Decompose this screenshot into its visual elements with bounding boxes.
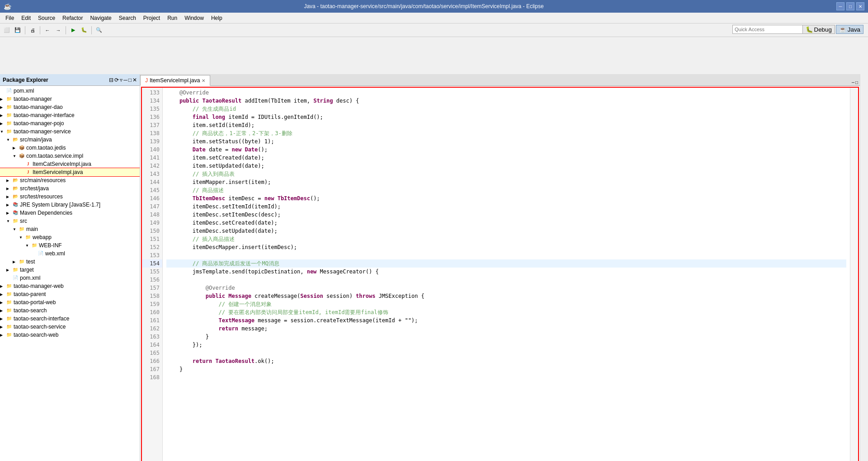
tree-item[interactable]: ▶📁taotao-manager-web xyxy=(0,282,140,290)
tab-close-button[interactable]: ✕ xyxy=(202,78,205,83)
run-button[interactable]: ▶ xyxy=(68,25,78,35)
menu-source[interactable]: Source xyxy=(34,14,59,22)
tree-file-icon: 📁 xyxy=(5,299,13,306)
menu-file[interactable]: File xyxy=(2,14,18,22)
toolbar-sep-1 xyxy=(25,26,25,34)
editor-tab-itemserviceimpl[interactable]: J ItemServiceImpl.java ✕ xyxy=(140,75,210,86)
tree-arrow: ▶ xyxy=(0,301,5,305)
tree-file-icon: 📁 xyxy=(5,282,13,290)
tree-item[interactable]: ▶📁taotao-manager-interface xyxy=(0,111,140,119)
debug-perspective-button[interactable]: 🐛 Debug xyxy=(802,25,835,34)
package-explorer: Package Explorer ⊟ ⟳ ▿ ─ □ ✕ 📄pom.xml▶📁t… xyxy=(0,74,140,461)
tree-item[interactable]: ▶📚Maven Dependencies xyxy=(0,209,140,217)
tree-item-label: taotao-manager-pojo xyxy=(14,120,64,127)
line-number: 148 xyxy=(142,211,162,219)
quick-access-input[interactable] xyxy=(732,25,814,34)
tree-item[interactable]: ▶📁target xyxy=(0,266,140,274)
tree-file-icon: 📁 xyxy=(5,103,13,111)
tree-item[interactable]: 📄web.xml xyxy=(0,249,140,258)
tree-item[interactable]: ▶📁taotao-search-web xyxy=(0,331,140,339)
code-line: @Override xyxy=(166,284,846,292)
minimize-button[interactable]: ─ xyxy=(836,2,844,10)
code-line xyxy=(166,373,846,381)
prev-edit-button[interactable]: ← xyxy=(42,25,52,35)
tree-file-icon: 📦 xyxy=(18,152,25,160)
tree-item[interactable]: ▶📂src/test/java xyxy=(0,184,140,193)
tree-item[interactable]: ▼📁taotao-manager-service xyxy=(0,127,140,136)
pe-close-icon[interactable]: ✕ xyxy=(132,77,137,83)
tree-file-icon: 📁 xyxy=(5,95,13,103)
code-line: // 商品添加完成后发送一个MQ消息 xyxy=(166,259,846,268)
menu-refactor[interactable]: Refactor xyxy=(59,14,86,22)
tree-arrow: ▶ xyxy=(0,97,5,101)
code-content[interactable]: @Override public TaotaoResult addItem(Tb… xyxy=(163,88,850,461)
code-line xyxy=(166,276,846,284)
tree-file-icon: 📁 xyxy=(5,315,13,322)
java-perspective-button[interactable]: ☕ Java xyxy=(836,25,863,34)
pe-max-icon[interactable]: □ xyxy=(128,77,132,83)
tree-item[interactable]: ▼📦com.taotao.service.impl xyxy=(0,152,140,160)
tree-item[interactable]: ▶📂src/test/resources xyxy=(0,193,140,201)
tree-item[interactable]: ▼📁webapp xyxy=(0,233,140,241)
tree-item[interactable]: ▶📁taotao-parent xyxy=(0,290,140,298)
pe-collapse-icon[interactable]: ⊟ xyxy=(109,77,113,83)
close-button[interactable]: ✕ xyxy=(856,2,864,10)
tree-item[interactable]: 📄pom.xml xyxy=(0,274,140,282)
tree-item[interactable]: ▼📁WEB-INF xyxy=(0,241,140,249)
menu-search[interactable]: Search xyxy=(115,14,140,22)
tree-item[interactable]: ▼📂src/main/java xyxy=(0,136,140,144)
tree-item[interactable]: JItemServiceImpl.java xyxy=(0,168,140,176)
new-button[interactable]: ⬜ xyxy=(2,25,12,35)
tree-item[interactable]: ▶📁test xyxy=(0,258,140,266)
debug-run-button[interactable]: 🐛 xyxy=(79,25,89,35)
menu-edit[interactable]: Edit xyxy=(18,14,34,22)
code-line: // 要在匿名内部类访问局部变量itemId, itemId需要用final修饰 xyxy=(166,308,846,316)
editor-max-icon[interactable]: □ xyxy=(855,80,858,85)
tree-item[interactable]: ▶📁taotao-search-interface xyxy=(0,315,140,323)
line-number: 164 xyxy=(142,341,162,349)
pe-menu-icon[interactable]: ▿ xyxy=(120,77,123,83)
line-number: 147 xyxy=(142,202,162,211)
tree-arrow: ▶ xyxy=(0,113,5,118)
pe-min-icon[interactable]: ─ xyxy=(123,77,127,83)
pe-sync-icon[interactable]: ⟳ xyxy=(114,77,119,83)
tree-arrow: ▶ xyxy=(0,122,5,126)
menu-navigate[interactable]: Navigate xyxy=(86,14,115,22)
tree-item[interactable]: ▶📁taotao-search-service xyxy=(0,323,140,331)
code-line: TbItemDesc itemDesc = new TbItemDesc(); xyxy=(166,194,846,202)
tree-item[interactable]: ▶📁taotao-manager-pojo xyxy=(0,119,140,127)
menu-project[interactable]: Project xyxy=(140,14,164,22)
line-number: 141 xyxy=(142,154,162,162)
editor-tabs: J ItemServiceImpl.java ✕ ─ □ xyxy=(140,74,860,86)
editor-min-icon[interactable]: ─ xyxy=(852,80,854,85)
tree-item[interactable]: ▶📦com.taotao.jedis xyxy=(0,144,140,152)
tree-file-icon: 📁 xyxy=(5,112,13,119)
maximize-button[interactable]: □ xyxy=(846,2,854,10)
tree-item-label: taotao-manager-interface xyxy=(14,112,75,118)
tree-item[interactable]: ▶📁taotao-manager xyxy=(0,95,140,103)
menu-window[interactable]: Window xyxy=(181,14,208,22)
tree-item[interactable]: ▶📁taotao-portal-web xyxy=(0,298,140,306)
line-number: 142 xyxy=(142,162,162,170)
tree-item[interactable]: JItemCatServiceImpl.java xyxy=(0,160,140,168)
print-button[interactable]: 🖨 xyxy=(28,25,38,35)
minimap-scrollbar[interactable] xyxy=(850,88,858,461)
search-button[interactable]: 🔍 xyxy=(94,25,104,35)
tree-item[interactable]: ▶📁taotao-search xyxy=(0,306,140,315)
tree-item[interactable]: ▼📁src xyxy=(0,217,140,225)
tree-file-icon: 📂 xyxy=(12,177,19,184)
menu-help[interactable]: Help xyxy=(208,14,226,22)
tree-item[interactable]: ▶📚JRE System Library [JavaSE-1.7] xyxy=(0,201,140,209)
tree-item[interactable]: 📄pom.xml xyxy=(0,87,140,95)
tree-arrow: ▶ xyxy=(6,268,12,272)
tree-arrow: ▼ xyxy=(6,219,12,223)
tree-arrow: ▶ xyxy=(0,325,5,329)
package-explorer-title: Package Explorer xyxy=(3,77,48,83)
next-edit-button[interactable]: → xyxy=(53,25,63,35)
save-button[interactable]: 💾 xyxy=(13,25,23,35)
menu-run[interactable]: Run xyxy=(164,14,181,22)
tree-item[interactable]: ▼📁main xyxy=(0,225,140,233)
code-line: } xyxy=(166,365,846,373)
tree-item[interactable]: ▶📂src/main/resources xyxy=(0,176,140,184)
tree-item[interactable]: ▶📁taotao-manager-dao xyxy=(0,103,140,111)
